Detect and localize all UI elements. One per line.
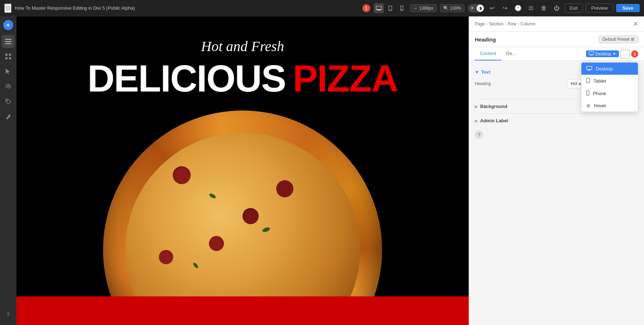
dropdown-hover-label: Hover (594, 103, 606, 108)
svg-rect-9 (5, 41, 11, 42)
svg-rect-20 (587, 67, 592, 70)
sidebar-item-question[interactable]: ? (2, 309, 15, 321)
canvas-area: Hot and Fresh DELICIOUS PIZZA (16, 16, 469, 325)
sidebar-item-wrench[interactable] (2, 110, 15, 123)
hero-section: Hot and Fresh DELICIOUS PIZZA (16, 16, 469, 325)
undo-btn[interactable]: ↩ (487, 3, 497, 13)
page-title: How To Master Responsive Editing in Divi… (15, 5, 359, 11)
svg-rect-16 (589, 52, 594, 55)
text-section-title: Text (481, 69, 491, 75)
power-btn[interactable]: ⏻ (552, 3, 562, 13)
right-panel: Page › Section › Row › Column ✕ Heading … (469, 16, 644, 325)
device-dropdown-trigger[interactable]: Desktop ▼ (586, 50, 619, 57)
device-selector (374, 3, 407, 13)
breadcrumb-page[interactable]: Page (475, 21, 485, 26)
main-layout: + ? (0, 16, 644, 325)
preset-dropdown[interactable]: Default Preset ⊞ (599, 35, 638, 43)
gear-icon[interactable]: ⚙ (4, 4, 11, 13)
device-dropdown-menu: Desktop Tablet Phone ⊛ Hover (581, 62, 638, 112)
dropdown-arrow: ▼ (613, 52, 616, 56)
tablet-view-btn[interactable] (385, 3, 395, 13)
desktop-menu-icon (586, 66, 592, 72)
breadcrumb-sep3: › (518, 21, 519, 26)
sidebar-item-layers[interactable] (2, 35, 15, 48)
desktop-view-btn[interactable] (374, 3, 384, 13)
add-module-button[interactable]: + (3, 20, 13, 30)
help-button[interactable]: ? (475, 131, 483, 139)
phone-menu-icon (586, 90, 589, 97)
sidebar-item-tag[interactable] (2, 95, 15, 108)
svg-rect-13 (5, 57, 8, 59)
dropdown-desktop-option[interactable]: Desktop (581, 63, 638, 75)
admin-label-section-title: Admin Label (480, 118, 508, 123)
zoom-value: 100% (450, 6, 461, 11)
breadcrumb-column[interactable]: Column (521, 21, 535, 26)
desktop-icon-active (589, 51, 594, 56)
heading-field-label: Heading (475, 81, 491, 86)
badge-2: 2 (631, 50, 638, 58)
zoom-icon: 🔍 (443, 6, 449, 11)
panel-header: Page › Section › Row › Column ✕ (469, 16, 644, 32)
dropdown-tablet-option[interactable]: Tablet (581, 75, 638, 87)
canvas-subtitle: Hot and Fresh (201, 38, 284, 55)
svg-rect-0 (376, 6, 382, 10)
tablet-menu-icon (586, 78, 590, 84)
canvas-text-area: Hot and Fresh DELICIOUS PIZZA (16, 38, 469, 97)
tab-content[interactable]: Content (475, 47, 501, 60)
sun-icon[interactable]: ☀ (469, 5, 476, 12)
admin-label-expand-arrow: ▶ (475, 118, 478, 123)
tabs-row: Content De... Desktop ▼ 2 (469, 47, 644, 61)
svg-point-27 (587, 94, 588, 95)
admin-label-section[interactable]: ▶ Admin Label (475, 113, 638, 128)
tab-design[interactable]: De... (501, 47, 521, 60)
history-btn[interactable]: 🕐 (513, 3, 523, 13)
background-expand-arrow: ▶ (475, 104, 478, 109)
dropdown-hover-option[interactable]: ⊛ Hover (581, 100, 638, 112)
phone-view-btn[interactable] (397, 3, 407, 13)
dropdown-phone-label: Phone (593, 91, 606, 96)
svg-rect-8 (5, 39, 11, 40)
sidebar-item-grid[interactable] (2, 50, 15, 63)
svg-rect-14 (9, 57, 11, 59)
svg-rect-10 (5, 43, 11, 44)
breadcrumb-sep1: › (486, 21, 488, 26)
svg-point-7 (401, 9, 402, 10)
sidebar-item-cursor[interactable] (2, 65, 15, 78)
svg-rect-11 (5, 54, 8, 56)
redo-btn[interactable]: ↪ (500, 3, 510, 13)
topbar-right: ☀ ◑ ↩ ↪ 🕐 ⚖ 🗑 ⏻ Exit Preview Save (468, 3, 640, 13)
svg-point-25 (588, 82, 589, 83)
viewport-frame-btn[interactable] (620, 49, 630, 59)
panel-close-button[interactable]: ✕ (633, 20, 638, 28)
badge-1: 1 (362, 4, 370, 12)
svg-point-5 (390, 9, 390, 10)
svg-point-15 (6, 100, 8, 101)
exit-button[interactable]: Exit (565, 4, 583, 13)
breadcrumb: Page › Section › Row › Column (475, 21, 535, 26)
breadcrumb-row[interactable]: Row (508, 21, 516, 26)
zoom-display[interactable]: 🔍 100% (440, 4, 464, 12)
sidebar-item-layers2[interactable] (2, 80, 15, 93)
canvas-size-display[interactable]: ↔ 1368px (410, 4, 436, 12)
settings-btn[interactable]: ⚖ (526, 3, 536, 13)
panel-title-label: Heading (475, 36, 496, 43)
moon-icon[interactable]: ◑ (477, 5, 484, 12)
background-section-title: Background (480, 104, 507, 109)
tab-device-selector: Desktop ▼ 2 (586, 49, 638, 59)
hover-menu-icon: ⊛ (586, 103, 590, 108)
canvas-title: DELICIOUS PIZZA (87, 60, 397, 97)
canvas-title-white: DELICIOUS (87, 60, 286, 97)
dropdown-phone-option[interactable]: Phone (581, 87, 638, 100)
preview-button[interactable]: Preview (586, 4, 613, 13)
trash-btn[interactable]: 🗑 (539, 3, 549, 13)
svg-rect-12 (9, 54, 11, 56)
topbar: ⚙ How To Master Responsive Editing in Di… (0, 0, 644, 16)
dropdown-tablet-label: Tablet (594, 78, 606, 84)
desktop-label: Desktop (595, 51, 611, 56)
theme-toggle[interactable]: ☀ ◑ (468, 4, 484, 13)
breadcrumb-section[interactable]: Section (489, 21, 503, 26)
dropdown-desktop-label: Desktop (596, 66, 613, 72)
save-button[interactable]: Save (616, 4, 640, 12)
canvas-size-value: 1368px (419, 6, 433, 11)
breadcrumb-sep2: › (505, 21, 506, 26)
